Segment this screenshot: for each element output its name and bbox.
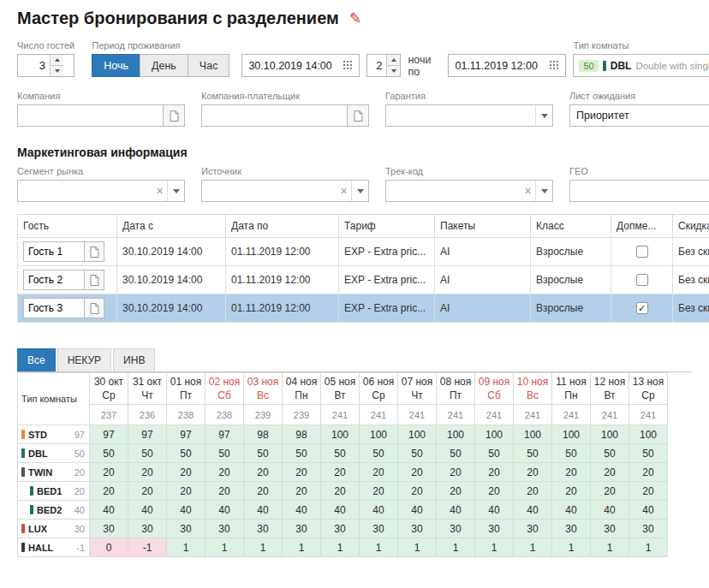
- guests-stepper[interactable]: [17, 54, 74, 77]
- guest-name-cell: [18, 238, 117, 266]
- guests-input[interactable]: [18, 55, 50, 76]
- track-code-label: Трек-код: [385, 166, 553, 176]
- room-name: DBL: [28, 448, 48, 459]
- source-combobox[interactable]: ×: [201, 180, 369, 202]
- extra-bed-checkbox[interactable]: ✓: [636, 302, 648, 314]
- availability-cell: 1: [629, 538, 668, 557]
- guest-tariff: EXP - Extra pric...: [339, 294, 435, 323]
- room-color-icon: [21, 467, 25, 477]
- availability-cell: 20: [629, 482, 668, 501]
- guarantee-select[interactable]: [385, 104, 553, 127]
- guest-row[interactable]: 30.10.2019 14:0001.11.2019 12:00EXP - Ex…: [18, 238, 709, 266]
- date-from-group: 30.10.2019 14:00: [241, 54, 360, 77]
- extra-bed-checkbox[interactable]: [636, 246, 648, 258]
- date-label: 08 ноя: [438, 375, 474, 389]
- guest-card-button[interactable]: [84, 241, 104, 262]
- arrow-down-icon: [55, 69, 60, 73]
- date-column-header: 07 нояЧт: [398, 373, 437, 405]
- availability-cell: 30: [244, 520, 283, 538]
- room-available-count: 97: [74, 430, 85, 440]
- availability-cell: 40: [514, 501, 552, 520]
- availability-cell: 50: [283, 444, 321, 463]
- date-total: 238: [167, 405, 206, 425]
- date-label: 10 ноя: [515, 375, 551, 389]
- period-option-day[interactable]: День: [140, 54, 188, 77]
- nights-stepper[interactable]: [366, 54, 401, 77]
- availability-cell: 1: [244, 538, 283, 557]
- period-option-night[interactable]: Ночь: [92, 54, 140, 77]
- guest-column-header: Класс: [531, 215, 611, 238]
- page-title: Мастер бронирования с разделением: [17, 9, 339, 28]
- guest-table: ГостьДата сДата поТарифПакетыКлассДопме.…: [17, 214, 709, 323]
- availability-cell: 20: [206, 463, 244, 482]
- chevron-down-icon: [541, 114, 548, 118]
- guest-row[interactable]: 30.10.2019 14:0001.11.2019 12:00EXP - Ex…: [18, 266, 709, 294]
- date-from-value: 30.10.2019 14:00: [248, 60, 343, 72]
- period-option-hour[interactable]: Час: [188, 54, 230, 77]
- segment-dropdown-icon[interactable]: [167, 181, 184, 201]
- geo-input[interactable]: [569, 180, 709, 202]
- payer-company-lookup-button[interactable]: [347, 104, 369, 127]
- availability-tab-all[interactable]: Все: [17, 348, 56, 371]
- availability-table: Тип комнаты 30 октСр31 октЧт01 нояПт02 н…: [17, 372, 668, 557]
- source-clear-icon[interactable]: ×: [337, 185, 351, 197]
- edit-pencil-icon[interactable]: ✎: [349, 11, 361, 26]
- date-picker-grid-icon[interactable]: [343, 61, 353, 70]
- date-label: 13 ноя: [630, 375, 666, 389]
- availability-cell: 50: [475, 444, 514, 463]
- segment-combobox[interactable]: ×: [17, 180, 185, 202]
- guest-card-button[interactable]: [84, 298, 104, 318]
- availability-tab-nekur[interactable]: НЕКУР: [57, 348, 111, 371]
- day-of-week-label: Вт: [322, 389, 358, 402]
- segment-clear-icon[interactable]: ×: [152, 185, 167, 197]
- extra-bed-checkbox[interactable]: [636, 274, 648, 286]
- room-color-icon: [21, 430, 25, 439]
- room-type-field[interactable]: 50 DBL Double with single bed: [573, 54, 709, 77]
- room-name: TWIN: [28, 467, 52, 478]
- nights-decrement-button[interactable]: [387, 66, 400, 76]
- source-dropdown-icon[interactable]: [351, 181, 368, 201]
- room-color-icon: [30, 486, 33, 496]
- period-toggle: НочьДеньЧас: [92, 54, 229, 77]
- date-from-field[interactable]: 30.10.2019 14:00: [241, 54, 360, 77]
- availability-tab-inv[interactable]: ИНВ: [113, 348, 155, 371]
- waiting-list-select[interactable]: Приоритет: [569, 104, 709, 127]
- guarantee-label: Гарантия: [385, 91, 553, 101]
- room-name: BED2: [37, 505, 62, 515]
- guest-extra-bed-cell: ✓: [611, 294, 673, 323]
- company-label: Компания: [17, 91, 185, 101]
- nights-increment-button[interactable]: [387, 55, 400, 66]
- track-code-dropdown-icon[interactable]: [535, 181, 552, 201]
- guest-class: Взрослые: [531, 238, 611, 266]
- company-input[interactable]: [17, 104, 164, 127]
- document-icon: [170, 110, 179, 122]
- date-picker-grid-icon[interactable]: [550, 61, 559, 70]
- room-type-group: Тип комнаты 50 DBL Double with single be…: [573, 40, 709, 77]
- guest-card-button[interactable]: [84, 270, 104, 290]
- room-name-cell: BED240: [18, 501, 90, 520]
- guests-increment-button[interactable]: [51, 55, 63, 66]
- guest-name-input[interactable]: [23, 298, 85, 318]
- segment-group: Сегмент рынка ×: [17, 166, 185, 202]
- track-code-combobox[interactable]: ×: [385, 180, 553, 202]
- date-total: 239: [283, 405, 321, 425]
- guest-column-header: Тариф: [339, 215, 435, 238]
- availability-cell: 20: [360, 463, 398, 482]
- availability-cell: 1: [591, 538, 629, 557]
- guest-row[interactable]: 30.10.2019 14:0001.11.2019 12:00EXP - Ex…: [18, 294, 709, 323]
- date-to-field[interactable]: 01.11.2019 12:00: [448, 54, 566, 77]
- availability-cell: 20: [591, 463, 629, 482]
- date-label: 02 ноя: [206, 375, 242, 389]
- nights-group: [366, 54, 401, 77]
- payer-company-input[interactable]: [201, 104, 348, 127]
- guests-decrement-button[interactable]: [51, 66, 63, 76]
- guarantee-dropdown-icon[interactable]: [535, 105, 552, 126]
- day-of-week-label: Вс: [245, 389, 281, 402]
- company-lookup-button[interactable]: [163, 104, 185, 127]
- track-code-clear-icon[interactable]: ×: [521, 185, 535, 197]
- waiting-list-group: Лист ожидания Приоритет: [569, 91, 709, 127]
- nights-input[interactable]: [367, 55, 386, 76]
- guest-name-input[interactable]: [23, 241, 85, 262]
- availability-cell: 20: [514, 463, 552, 482]
- guest-name-input[interactable]: [23, 270, 85, 290]
